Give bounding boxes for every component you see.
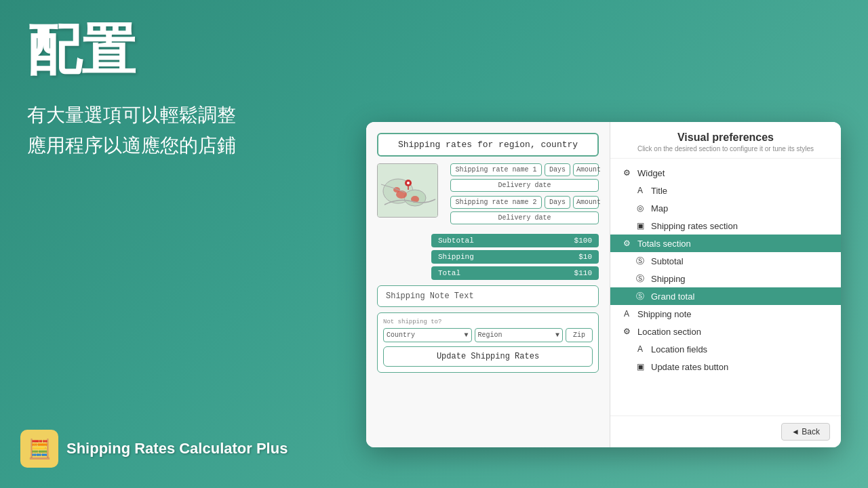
delivery-date-2: Delivery date [450, 211, 599, 224]
tree-label-shipping: Shipping [651, 274, 686, 284]
shipping-row-1: Shipping rate name 1 Days Amount [450, 163, 599, 176]
text-icon: A [635, 344, 646, 354]
tree-label-title: Title [651, 186, 667, 196]
subtotal-value: $100 [574, 237, 592, 245]
tree-label-shipping-rates-section: Shipping rates section [651, 221, 738, 231]
main-title: 配置 [27, 20, 236, 80]
gear-icon: ⚙ [621, 238, 632, 249]
tree-label-update-rates-button: Update rates button [651, 362, 728, 372]
tree-label-location-fields: Location fields [651, 344, 707, 354]
rate-amount-1: Amount [573, 163, 599, 176]
shipping-row-2: Shipping rate name 2 Days Amount [450, 196, 599, 209]
tree-item-map[interactable]: ◎Map [610, 199, 841, 217]
tree-item-shipping-note[interactable]: AShipping note [610, 305, 841, 323]
app-name: Shipping Rates Calculator Plus [66, 440, 288, 458]
shipping-value: $10 [578, 253, 592, 261]
app-branding: 🧮 Shipping Rates Calculator Plus [20, 430, 288, 468]
map-thumbnail [377, 163, 438, 218]
back-btn-area: ◄ Back [610, 415, 841, 447]
shipping-note-field: Shipping Note Text [377, 285, 599, 307]
location-inputs: Country ▼ Region ▼ Zip [383, 328, 593, 342]
back-button[interactable]: ◄ Back [781, 423, 830, 441]
zip-field[interactable]: Zip [566, 328, 593, 342]
tree-item-title[interactable]: ATitle [610, 182, 841, 199]
dollar-icon: Ⓢ [635, 291, 646, 302]
dollar-icon: Ⓢ [635, 273, 646, 284]
table-icon: ▣ [635, 220, 646, 231]
region-label: Region [478, 331, 502, 339]
left-panel: 配置 有大量選項可以輕鬆調整 應用程序以適應您的店鋪 [27, 20, 236, 161]
totals-box: Subtotal $100 Shipping $10 Total $110 [431, 234, 599, 280]
tree-item-shipping-rates-section[interactable]: ▣Shipping rates section [610, 217, 841, 235]
gear-icon: ⚙ [621, 167, 632, 178]
subtitle-line2: 應用程序以適應您的店鋪 [27, 131, 236, 161]
total-label: Total [438, 269, 460, 277]
ui-window: Shipping rates for region, country [366, 122, 841, 447]
widget-title: Shipping rates for region, country [377, 133, 599, 157]
total-row: Total $110 [431, 266, 599, 280]
tree-item-shipping[interactable]: ⓈShipping [610, 270, 841, 287]
preferences-title: Visual preferences [621, 131, 830, 144]
delivery-date-1: Delivery date [450, 179, 599, 192]
tree-item-location-fields[interactable]: ALocation fields [610, 340, 841, 358]
tree-label-grand-total: Grand total [651, 291, 694, 302]
subtitle: 有大量選項可以輕鬆調整 應用程序以適應您的店鋪 [27, 100, 236, 161]
text-icon: A [621, 308, 632, 319]
rate-name-1: Shipping rate name 1 [450, 163, 542, 176]
tree-label-map: Map [651, 203, 668, 214]
rate-amount-2: Amount [573, 196, 599, 209]
country-select[interactable]: Country ▼ [383, 328, 472, 342]
tree-item-grand-total[interactable]: ⓈGrand total [610, 287, 841, 305]
tree-label-widget: Widget [637, 168, 665, 178]
app-icon: 🧮 [20, 430, 58, 468]
subtitle-line1: 有大量選項可以輕鬆調整 [27, 100, 236, 131]
widget-preview: Shipping rates for region, country [366, 122, 610, 447]
region-chevron: ▼ [555, 331, 559, 339]
tree-item-subtotal[interactable]: ⓈSubtotal [610, 252, 841, 270]
tree-item-update-rates-button[interactable]: ▣Update rates button [610, 358, 841, 375]
country-label: Country [387, 331, 415, 339]
tree-label-location-section: Location section [637, 327, 701, 337]
shipping-label: Shipping [438, 253, 474, 261]
map-svg [378, 164, 438, 218]
preferences-panel: Visual preferences Click on the desired … [610, 122, 841, 447]
gear-icon: ⚙ [621, 326, 632, 337]
tree-label-totals-section: Totals section [637, 239, 691, 249]
tree-label-shipping-note: Shipping note [637, 309, 692, 319]
rate-days-1: Days [545, 163, 570, 176]
app-icon-emoji: 🧮 [28, 438, 52, 460]
preferences-subtitle: Click on the desired section to configur… [621, 145, 830, 152]
text-icon: A [635, 185, 646, 196]
shipping-row-total: Shipping $10 [431, 250, 599, 264]
total-value: $110 [574, 269, 592, 277]
dollar-icon: Ⓢ [635, 256, 646, 266]
update-rates-btn[interactable]: Update Shipping Rates [383, 346, 593, 367]
svg-point-7 [407, 182, 410, 184]
tree-item-location-section[interactable]: ⚙Location section [610, 323, 841, 340]
table-icon: ▣ [635, 361, 646, 372]
location-section-preview: Not shipping to? Country ▼ Region ▼ Zip … [377, 312, 599, 373]
tree-label-subtotal: Subtotal [651, 256, 684, 266]
tree-item-widget[interactable]: ⚙Widget [610, 164, 841, 182]
rate-days-2: Days [545, 196, 570, 209]
not-shipping-label: Not shipping to? [383, 319, 593, 325]
tree-item-totals-section[interactable]: ⚙Totals section [610, 235, 841, 252]
country-chevron: ▼ [464, 331, 468, 339]
region-select[interactable]: Region ▼ [475, 328, 564, 342]
subtotal-label: Subtotal [438, 237, 474, 245]
tree-list: ⚙WidgetATitle◎Map▣Shipping rates section… [610, 159, 841, 415]
rate-name-2: Shipping rate name 2 [450, 196, 542, 209]
location-icon: ◎ [635, 203, 646, 214]
preferences-header: Visual preferences Click on the desired … [610, 122, 841, 159]
subtotal-row: Subtotal $100 [431, 234, 599, 247]
shipping-rate-rows: Shipping rate name 1 Days Amount Deliver… [450, 163, 599, 228]
